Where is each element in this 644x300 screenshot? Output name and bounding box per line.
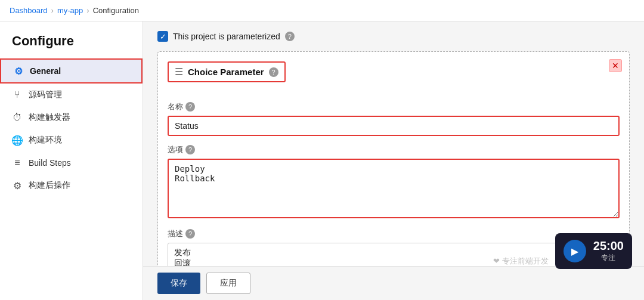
sidebar-label-trigger: 构建触发器 xyxy=(29,112,70,123)
sidebar-item-general[interactable]: ⚙ General xyxy=(0,58,143,83)
video-info: 25:00 专注 xyxy=(593,239,624,263)
parameterized-help-icon[interactable]: ? xyxy=(285,32,295,41)
source-icon: ⑂ xyxy=(12,89,23,100)
sidebar-item-source[interactable]: ⑂ 源码管理 xyxy=(0,83,143,106)
parameterized-label: This project is parameterized xyxy=(173,32,280,41)
sidebar-label-env: 构建环境 xyxy=(29,135,62,146)
sidebar-item-trigger[interactable]: ⏱ 构建触发器 xyxy=(0,106,143,129)
sidebar-label-build-steps: Build Steps xyxy=(29,158,71,168)
options-label: 选项 ? xyxy=(168,144,620,155)
sidebar-title: Configure xyxy=(0,33,143,58)
breadcrumb-dashboard[interactable]: Dashboard xyxy=(10,6,48,15)
hamburger-icon: ☰ xyxy=(175,66,183,78)
video-overlay: ▶ 25:00 专注 xyxy=(555,233,632,269)
sidebar: Configure ⚙ General ⑂ 源码管理 ⏱ 构建触发器 🌐 构建环… xyxy=(0,21,143,300)
card-title: Choice Parameter xyxy=(188,67,264,77)
apply-button[interactable]: 应用 xyxy=(206,273,250,294)
name-help-icon[interactable]: ? xyxy=(185,102,195,112)
sidebar-label-post-build: 构建后操作 xyxy=(29,180,70,191)
content-area: ✓ This project is parameterized ? ☰ Choi… xyxy=(143,21,644,300)
build-steps-icon: ≡ xyxy=(12,157,23,168)
sidebar-item-env[interactable]: 🌐 构建环境 xyxy=(0,129,143,151)
post-build-icon: ⚙ xyxy=(12,180,23,191)
options-field-group: 选项 ? xyxy=(168,144,620,220)
gear-icon: ⚙ xyxy=(13,66,24,76)
footer-bar: 保存 应用 xyxy=(143,266,644,300)
sidebar-label-source: 源码管理 xyxy=(29,89,62,100)
breadcrumb-sep-1: › xyxy=(51,6,54,15)
video-time: 25:00 xyxy=(593,239,624,253)
name-label: 名称 ? xyxy=(168,101,620,112)
breadcrumb-sep-2: › xyxy=(86,6,89,15)
description-label: 描述 ? xyxy=(168,228,620,239)
main-layout: Configure ⚙ General ⑂ 源码管理 ⏱ 构建触发器 🌐 构建环… xyxy=(0,21,644,300)
name-field-group: 名称 ? xyxy=(168,101,620,136)
env-icon: 🌐 xyxy=(12,135,23,146)
card-title-help-icon[interactable]: ? xyxy=(269,67,278,77)
save-button[interactable]: 保存 xyxy=(157,273,200,294)
parameterized-checkbox[interactable]: ✓ xyxy=(157,31,168,42)
breadcrumb-configuration: Configuration xyxy=(93,6,139,15)
video-label: 专注 xyxy=(593,253,624,263)
options-textarea[interactable] xyxy=(168,159,620,218)
video-play-button[interactable]: ▶ xyxy=(564,240,586,262)
sidebar-item-post-build[interactable]: ⚙ 构建后操作 xyxy=(0,174,143,197)
parameterized-row: ✓ This project is parameterized ? xyxy=(157,31,630,42)
options-help-icon[interactable]: ? xyxy=(185,145,195,154)
breadcrumb-myapp[interactable]: my-app xyxy=(57,6,83,15)
sidebar-item-build-steps[interactable]: ≡ Build Steps xyxy=(0,151,143,174)
trigger-icon: ⏱ xyxy=(12,112,23,123)
sidebar-label-general: General xyxy=(30,66,61,76)
name-input[interactable] xyxy=(168,116,620,136)
description-help-icon[interactable]: ? xyxy=(185,229,195,239)
card-header: ☰ Choice Parameter ? xyxy=(168,61,286,82)
breadcrumb: Dashboard › my-app › Configuration xyxy=(0,0,644,21)
card-close-button[interactable]: ✕ xyxy=(609,59,622,72)
